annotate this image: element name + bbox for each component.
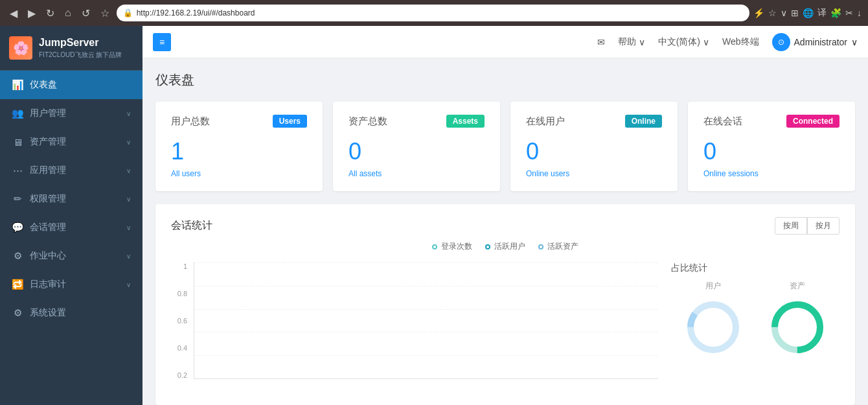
sessions-title: 会话统计 [171, 219, 212, 233]
browser-actions: ⚡ ☆ ∨ ⊞ 🌐 译 🧩 ✂ ↓ [753, 7, 862, 19]
y-label: 0.4 [177, 344, 187, 352]
sidebar-item-ops-center[interactable]: ⚙ 作业中心 ∨ [0, 242, 143, 270]
sidebar-item-label: 资产管理 [30, 136, 66, 148]
legend-dot-active-users [485, 244, 490, 249]
stat-number: 0 [348, 138, 485, 165]
stat-number: 0 [526, 138, 662, 165]
stat-badge-connected: Connected [786, 115, 839, 128]
chart-plot [194, 262, 658, 379]
stat-title: 在线会话 [703, 115, 742, 128]
chevron-down-icon: ∨ [126, 139, 131, 146]
users-icon: 👥 [12, 108, 23, 119]
help-button[interactable]: 帮助 ∨ [618, 36, 645, 48]
stat-title: 在线用户 [526, 115, 565, 128]
nav-star-button[interactable]: ☆ [97, 6, 113, 21]
header-left: ≡ [153, 33, 171, 51]
page-title: 仪表盘 [155, 71, 855, 89]
nav-forward-button[interactable]: ▶ [25, 6, 39, 21]
perm-icon: ✏ [12, 193, 23, 205]
stat-card-users: 用户总数 Users 1 All users [155, 102, 323, 191]
stats-row: 用户总数 Users 1 All users 资产总数 Assets 0 All… [155, 102, 855, 191]
chevron-down-icon: ∨ [126, 196, 131, 203]
lightning-icon: ⚡ [753, 8, 764, 18]
header-right: ✉ 帮助 ∨ 中文(简体) ∨ Web终端 ⊙ Administrator ∨ [597, 33, 858, 51]
web-terminal-button[interactable]: Web终端 [722, 36, 759, 48]
nav-refresh-button[interactable]: ↻ [43, 6, 58, 21]
stat-card-sessions: 在线会话 Connected 0 Online sessions [688, 102, 855, 191]
language-label: 中文(简体) [658, 36, 700, 48]
pie-labels-row: 用户 资产 [671, 281, 839, 292]
nav-undo-button[interactable]: ↺ [78, 6, 93, 21]
user-menu[interactable]: ⊙ Administrator ∨ [772, 33, 858, 51]
scissors-icon: ✂ [845, 8, 853, 18]
mail-button[interactable]: ✉ [597, 37, 605, 47]
chevron-down-icon: ∨ [126, 281, 131, 288]
stat-title: 用户总数 [171, 115, 210, 128]
main-chart: 1 0.8 0.6 0.4 0.2 [171, 262, 658, 392]
top-header: ≡ ✉ 帮助 ∨ 中文(简体) ∨ Web终端 ⊙ Administrator [143, 26, 868, 58]
nav-home-button[interactable]: ⌂ [62, 6, 74, 20]
dashboard-icon: 📊 [12, 79, 23, 91]
url-text: http://192.168.2.19/ui/#/dashboard [137, 8, 255, 17]
ops-icon: ⚙ [12, 250, 23, 262]
help-label: 帮助 [618, 36, 636, 48]
sidebar-item-audit-log[interactable]: 🔁 日志审计 ∨ [0, 270, 143, 299]
menu-toggle-button[interactable]: ≡ [153, 33, 171, 51]
stat-title: 资产总数 [348, 115, 387, 128]
stat-sub-label: All assets [348, 169, 485, 178]
sidebar-item-perm-mgmt[interactable]: ✏ 权限管理 ∨ [0, 185, 143, 213]
sessions-header: 会话统计 按周 按月 [171, 217, 839, 235]
stat-card-header: 在线会话 Connected [703, 115, 839, 128]
legend-dot-logins [432, 244, 437, 249]
globe-icon: 🌐 [803, 8, 814, 18]
y-label: 0.6 [177, 317, 187, 325]
chart-y-axis: 1 0.8 0.6 0.4 0.2 [171, 262, 190, 379]
legend-item-active-assets: 活跃资产 [538, 241, 578, 252]
pie-charts-row [671, 298, 839, 356]
bookmark-icon: ☆ [768, 8, 777, 18]
chart-area: 1 0.8 0.6 0.4 0.2 [171, 262, 839, 392]
y-label: 0.2 [177, 371, 187, 379]
nav-item-left: ✏ 权限管理 [12, 193, 66, 205]
stat-sub-label: Online sessions [703, 169, 839, 178]
y-label: 0.8 [177, 290, 187, 297]
nav-item-left: 👥 用户管理 [12, 108, 66, 119]
sidebar-item-asset-mgmt[interactable]: 🖥 资产管理 ∨ [0, 128, 143, 156]
sidebar-logo: 🌸 JumpServer FIT2CLOUD飞致云 旗下品牌 [0, 26, 143, 71]
session-icon: 💬 [12, 222, 23, 233]
logo-icon: 🌸 [9, 36, 32, 60]
month-button[interactable]: 按月 [807, 217, 839, 235]
chevron-down-icon: ∨ [851, 37, 858, 47]
sidebar-item-user-mgmt[interactable]: 👥 用户管理 ∨ [0, 99, 143, 128]
language-button[interactable]: 中文(简体) ∨ [658, 36, 709, 48]
legend-label: 活跃用户 [494, 241, 525, 252]
sidebar-item-sys-settings[interactable]: ⚙ 系统设置 [0, 299, 143, 327]
sidebar-item-session-mgmt[interactable]: 💬 会话管理 ∨ [0, 213, 143, 242]
avatar: ⊙ [772, 33, 790, 51]
grid-line [194, 286, 658, 286]
nav-item-left: 💬 会话管理 [12, 222, 66, 233]
logo-text: JumpServer [39, 36, 122, 49]
sidebar-item-label: 用户管理 [30, 108, 66, 119]
pie-label-user: 用户 [705, 281, 721, 292]
svg-point-0 [691, 305, 736, 350]
address-bar[interactable]: 🔒 http://192.168.2.19/ui/#/dashboard [117, 5, 749, 21]
grid-line [194, 355, 658, 356]
audit-icon: 🔁 [12, 279, 23, 290]
user-label: Administrator [794, 37, 847, 47]
sidebar-item-label: 仪表盘 [30, 79, 57, 91]
pie-section-title: 占比统计 [671, 262, 839, 274]
stat-sub-label: Online users [526, 169, 662, 178]
stat-badge-assets: Assets [446, 115, 485, 128]
donut-users [684, 298, 742, 356]
stat-sub-label: All users [171, 169, 307, 178]
sidebar-item-label: 系统设置 [30, 307, 66, 319]
chevron-down-icon: ∨ [126, 253, 131, 260]
nav-back-button[interactable]: ◀ [6, 6, 21, 21]
browser-chrome: ◀ ▶ ↻ ⌂ ↺ ☆ 🔒 http://192.168.2.19/ui/#/d… [0, 0, 868, 26]
pie-section: 占比统计 用户 资产 [671, 262, 839, 392]
stat-card-online-users: 在线用户 Online 0 Online users [510, 102, 678, 191]
sidebar-item-app-mgmt[interactable]: ⋯ 应用管理 ∨ [0, 156, 143, 185]
week-button[interactable]: 按周 [775, 217, 807, 235]
sidebar-item-dashboard[interactable]: 📊 仪表盘 [0, 71, 143, 99]
